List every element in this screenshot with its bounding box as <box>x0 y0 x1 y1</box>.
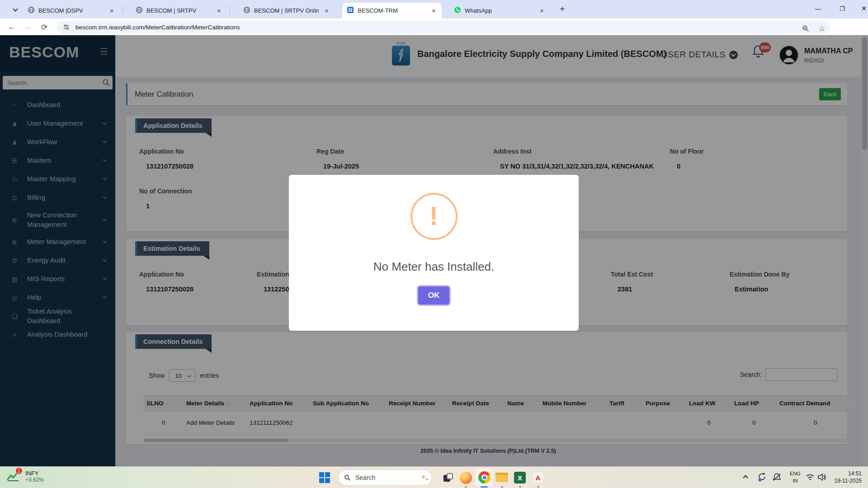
tab-close-icon[interactable]: × <box>430 7 437 14</box>
tab-close-icon[interactable]: × <box>216 7 222 14</box>
pdf-reader-icon[interactable]: A <box>532 471 544 484</box>
tab-favicon-icon <box>28 6 35 15</box>
tray-date: 19-11-2025 <box>823 477 862 484</box>
modal-message: No Meter has Installed. <box>373 260 494 274</box>
widget-badge: 1 <box>15 467 23 474</box>
browser-tab[interactable]: BESCOM | SRTPV Online Applic× <box>239 3 335 19</box>
tab-title: BESCOM | SRTPV Online Applic <box>254 7 319 14</box>
tab-search-icon[interactable] <box>13 6 18 11</box>
tab-title: WhatsApp <box>465 7 534 14</box>
tab-favicon-icon <box>347 6 354 15</box>
tab-favicon-icon <box>136 6 143 15</box>
taskbar-search[interactable]: Search ✦ <box>338 469 432 486</box>
tab-close-icon[interactable]: × <box>108 7 115 14</box>
window-restore-button[interactable]: ❐ <box>832 0 853 17</box>
tab-close-icon[interactable]: × <box>538 7 545 14</box>
sync-icon[interactable] <box>758 472 767 484</box>
zoom-page-icon[interactable] <box>800 23 811 34</box>
exclamation-icon: ! <box>429 201 438 231</box>
excel-icon[interactable]: X <box>514 471 526 484</box>
language-indicator[interactable]: ENG IN <box>788 470 803 484</box>
widgets-button[interactable]: 1 INFY +3.62% <box>6 469 44 484</box>
new-tab-button[interactable]: + <box>560 4 565 14</box>
bookmark-star-icon[interactable]: ☆ <box>816 23 827 34</box>
taskbar-clock[interactable]: 14:51 19-11-2025 <box>823 470 862 484</box>
tab-title: BESCOM |DSPV <box>38 7 104 14</box>
lang-line1: ENG <box>788 470 803 477</box>
browser-tab[interactable]: BESCOM-TRM× <box>342 3 442 19</box>
file-explorer-icon[interactable] <box>495 471 508 484</box>
stock-change: +3.62% <box>25 477 44 483</box>
tab-close-icon[interactable]: × <box>323 7 330 14</box>
tab-favicon-icon <box>454 6 461 15</box>
browser-tab-strip: BESCOM |DSPV×BESCOM | SRTPV×BESCOM | SRT… <box>0 0 868 19</box>
back-icon[interactable]: ← <box>5 21 18 33</box>
alert-modal: ! No Meter has Installed. OK <box>289 175 579 331</box>
address-bar[interactable]: bescom.trm.ieasybill.com/MeterCalibratio… <box>57 21 830 33</box>
tray-time: 14:51 <box>823 470 862 477</box>
web-page: BESCOM ☰ ◔Dashboard♟User Management♟Work… <box>0 35 868 466</box>
task-view-icon[interactable] <box>442 471 455 484</box>
wifi-icon[interactable] <box>806 474 815 483</box>
firefox-icon[interactable] <box>459 471 472 484</box>
browser-tab[interactable]: BESCOM |DSPV× <box>23 3 120 19</box>
notifications-muted-icon[interactable] <box>772 472 782 484</box>
lang-line2: IN <box>788 477 803 484</box>
warning-circle-icon: ! <box>410 193 458 240</box>
reload-icon[interactable]: ⟳ <box>38 21 51 33</box>
browser-toolbar: ← → ⟳ bescom.trm.ieasybill.com/MeterCali… <box>0 19 868 35</box>
window-close-button[interactable]: ✕ <box>854 0 868 17</box>
start-button[interactable] <box>318 471 331 484</box>
stock-symbol: INFY <box>25 470 44 477</box>
tab-title: BESCOM-TRM <box>358 7 426 14</box>
windows-taskbar: 1 INFY +3.62% Search ✦ X A <box>0 466 868 488</box>
search-icon <box>344 474 351 481</box>
site-info-icon[interactable] <box>63 23 70 31</box>
tray-chevron-up-icon[interactable] <box>744 474 747 479</box>
chrome-icon[interactable] <box>475 469 493 486</box>
screen: BESCOM |DSPV×BESCOM | SRTPV×BESCOM | SRT… <box>0 0 868 488</box>
stock-chart-icon: 1 <box>6 469 22 484</box>
tab-title: BESCOM | SRTPV <box>146 7 211 14</box>
copilot-icon[interactable]: ✦ <box>420 473 426 481</box>
browser-tab[interactable]: WhatsApp× <box>449 3 550 19</box>
taskbar-search-placeholder: Search <box>355 474 375 481</box>
tab-favicon-icon <box>243 6 250 15</box>
forward-icon[interactable]: → <box>22 21 34 33</box>
url-text[interactable]: bescom.trm.ieasybill.com/MeterCalibratio… <box>75 24 240 31</box>
ok-button[interactable]: OK <box>418 286 450 305</box>
browser-tab[interactable]: BESCOM | SRTPV× <box>131 3 227 19</box>
window-minimize-button[interactable]: — <box>807 0 828 17</box>
